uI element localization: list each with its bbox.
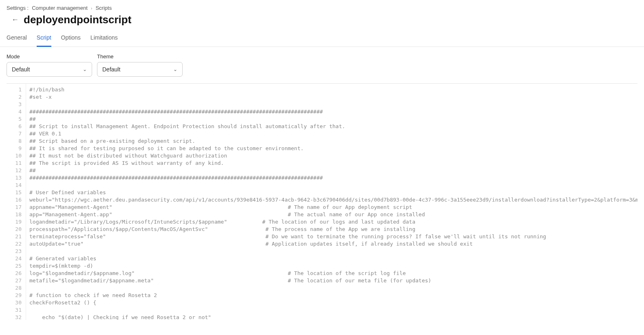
- line-number: 3: [7, 101, 22, 108]
- code-line: [29, 182, 637, 189]
- code-line: echo "$(date) | Checking if we need Rose…: [29, 314, 637, 320]
- line-number: 1: [7, 86, 22, 93]
- code-line: ########################################…: [29, 108, 637, 115]
- code-line: [29, 284, 637, 292]
- line-number: 32: [7, 314, 22, 320]
- line-number: 2: [7, 93, 22, 101]
- tabs: General Script Options Limitations: [0, 30, 644, 47]
- tab-options[interactable]: Options: [61, 30, 81, 47]
- back-arrow-icon[interactable]: ←: [7, 16, 19, 24]
- code-line: autoUpdate="true" # Application updates …: [29, 240, 637, 248]
- line-number: 30: [7, 299, 22, 306]
- line-number: 7: [7, 130, 22, 138]
- line-number: 19: [7, 218, 22, 226]
- tab-limitations[interactable]: Limitations: [90, 30, 118, 47]
- code-line: ##: [29, 115, 637, 123]
- tab-general[interactable]: General: [7, 30, 27, 47]
- line-number: 6: [7, 123, 22, 130]
- theme-label: Theme: [97, 53, 183, 60]
- line-number: 11: [7, 160, 22, 167]
- code-line: logandmetadir="/Library/Logs/Microsoft/I…: [29, 218, 637, 226]
- code-line: # User Defined variables: [29, 189, 637, 196]
- line-number: 28: [7, 284, 22, 292]
- breadcrumb-scripts[interactable]: Scripts: [95, 5, 112, 11]
- code-line: ## It is shared for testing purposed so …: [29, 145, 637, 152]
- code-line: processpath="/Applications/$app/Contents…: [29, 226, 637, 233]
- code-line: terminateprocess="false" # Do we want to…: [29, 233, 637, 240]
- code-line: tempdir=$(mktemp -d): [29, 262, 637, 270]
- line-number: 31: [7, 306, 22, 314]
- line-number: 12: [7, 167, 22, 174]
- code-line: log="$logandmetadir/$appname.log" # The …: [29, 270, 637, 277]
- code-content[interactable]: #!/bin/bash#set -x######################…: [26, 84, 637, 320]
- line-number: 10: [7, 152, 22, 160]
- code-line: [29, 248, 637, 255]
- line-number: 4: [7, 108, 22, 115]
- code-line: checkForRosetta2 () {: [29, 299, 637, 306]
- code-line: #!/bin/bash: [29, 86, 637, 93]
- code-line: # Generated variables: [29, 255, 637, 262]
- line-number: 27: [7, 277, 22, 284]
- code-line: # function to check if we need Rosetta 2: [29, 292, 637, 299]
- breadcrumb-computer-management[interactable]: Computer management: [32, 5, 88, 11]
- line-number: 14: [7, 182, 22, 189]
- line-number: 29: [7, 292, 22, 299]
- code-line: metafile="$logandmetadir/$appname.meta" …: [29, 277, 637, 284]
- line-number: 9: [7, 145, 22, 152]
- line-number: 20: [7, 226, 22, 233]
- code-line: ## It must not be distributed without Wa…: [29, 152, 637, 160]
- mode-select[interactable]: Default ⌄: [7, 62, 92, 77]
- code-line: ##: [29, 167, 637, 174]
- page-title: deployendpointscript: [24, 13, 131, 26]
- code-line: ## The script is provided AS IS without …: [29, 160, 637, 167]
- code-line: appname="Management-Agent" # The name of…: [29, 204, 637, 211]
- line-number: 5: [7, 115, 22, 123]
- line-number: 21: [7, 233, 22, 240]
- code-line: #set -x: [29, 93, 637, 101]
- line-number: 24: [7, 255, 22, 262]
- line-number: 23: [7, 248, 22, 255]
- code-line: ########################################…: [29, 174, 637, 182]
- code-line: [29, 306, 637, 314]
- line-number: 26: [7, 270, 22, 277]
- code-editor[interactable]: 1234567891011121314151617181920212223242…: [7, 83, 637, 320]
- mode-select-value: Default: [12, 66, 30, 73]
- line-number: 17: [7, 204, 22, 211]
- code-line: ## Script based on a pre-existing deploy…: [29, 138, 637, 145]
- code-line: app="Management-Agent.app" # The actual …: [29, 211, 637, 218]
- line-number: 25: [7, 262, 22, 270]
- code-line: ## Script to install Management Agent. E…: [29, 123, 637, 130]
- line-number: 15: [7, 189, 22, 196]
- theme-select-value: Default: [102, 66, 120, 73]
- breadcrumb-root: Settings :: [7, 5, 29, 11]
- line-number: 18: [7, 211, 22, 218]
- line-number: 16: [7, 196, 22, 204]
- line-number: 13: [7, 174, 22, 182]
- chevron-down-icon: ⌄: [83, 67, 87, 72]
- line-number: 22: [7, 240, 22, 248]
- code-line: [29, 101, 637, 108]
- theme-select[interactable]: Default ⌄: [97, 62, 183, 77]
- breadcrumb: Settings : Computer management › Scripts: [7, 5, 637, 11]
- tab-script[interactable]: Script: [37, 30, 51, 47]
- line-number: 8: [7, 138, 22, 145]
- line-number-gutter: 1234567891011121314151617181920212223242…: [7, 84, 26, 320]
- chevron-down-icon: ⌄: [173, 67, 177, 72]
- mode-label: Mode: [7, 53, 92, 60]
- code-line: weburl="https://wgc.aether.deu.pandasecu…: [29, 196, 637, 204]
- code-line: ## VER 0.1: [29, 130, 637, 138]
- chevron-right-icon: ›: [91, 6, 93, 11]
